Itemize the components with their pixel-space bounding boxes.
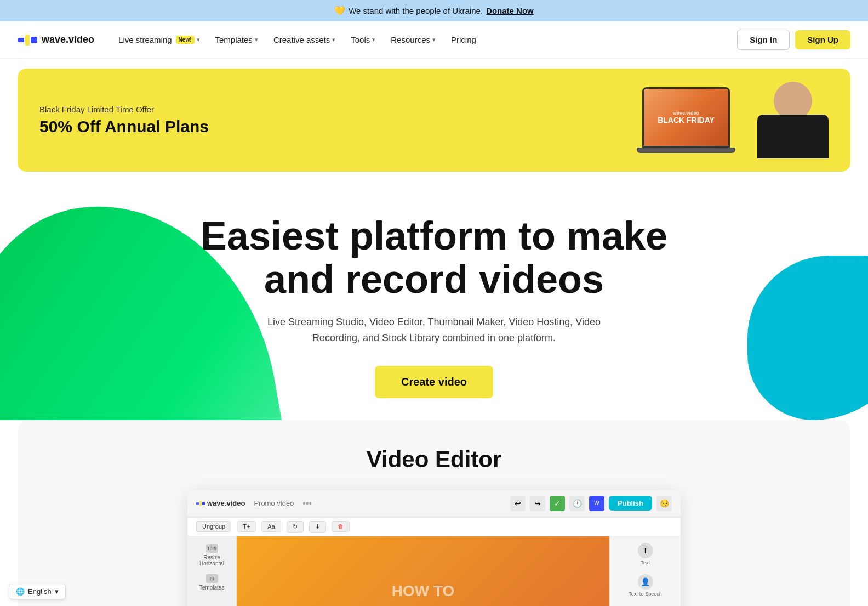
editor-inline-toolbar: Ungroup T+ Aa ↻ ⬇ 🗑 bbox=[187, 517, 681, 536]
nav-links: Live streaming New! ▾ Templates ▾ Creati… bbox=[112, 31, 728, 49]
svg-rect-4 bbox=[199, 501, 202, 506]
nav-item-resources[interactable]: Resources ▾ bbox=[384, 31, 442, 49]
logo-text: wave.video bbox=[42, 34, 94, 46]
nav-item-creative-assets[interactable]: Creative assets ▾ bbox=[267, 31, 342, 49]
ukraine-emoji: 💛 bbox=[334, 5, 345, 16]
signup-button[interactable]: Sign Up bbox=[795, 30, 850, 49]
nav-chevron-templates: ▾ bbox=[255, 36, 258, 43]
svg-rect-1 bbox=[25, 35, 30, 46]
editor-mockup: wave.video Promo video ••• ↩ ↪ ✓ 🕐 W Pub… bbox=[187, 490, 681, 606]
download-button[interactable]: ⬇ bbox=[309, 521, 326, 533]
promo-banner[interactable]: Black Friday Limited Time Offer 50% Off … bbox=[18, 69, 850, 172]
text-add-button[interactable]: T+ bbox=[237, 521, 256, 532]
nav-chevron-creative-assets: ▾ bbox=[332, 36, 335, 43]
editor-topbar: wave.video Promo video ••• ↩ ↪ ✓ 🕐 W Pub… bbox=[187, 490, 681, 517]
hero-section: Easiest platform to make and record vide… bbox=[0, 182, 868, 420]
editor-more-options[interactable]: ••• bbox=[302, 499, 312, 508]
editor-sidebar-templates[interactable]: ⊞ Templates bbox=[191, 571, 233, 594]
create-video-button[interactable]: Create video bbox=[375, 366, 493, 398]
editor-body: 16:9 Resize Horizontal ⊞ Templates HOW T… bbox=[187, 536, 681, 606]
history-button[interactable]: 🕐 bbox=[569, 496, 585, 511]
tts-tool-icon: 👤 bbox=[638, 574, 653, 590]
nav-item-templates[interactable]: Templates ▾ bbox=[209, 31, 265, 49]
svg-rect-0 bbox=[18, 38, 24, 42]
nav-item-live-streaming[interactable]: Live streaming New! ▾ bbox=[112, 31, 206, 49]
person-body bbox=[757, 115, 829, 158]
language-footer: 🌐 English ▾ bbox=[0, 577, 75, 606]
editor-canvas-text: HOW TO bbox=[392, 582, 455, 600]
ungroup-button[interactable]: Ungroup bbox=[196, 521, 231, 532]
promo-person bbox=[757, 82, 829, 158]
emoji-button[interactable]: 😏 bbox=[656, 496, 672, 511]
editor-sidebar-resize[interactable]: 16:9 Resize Horizontal bbox=[191, 541, 233, 570]
editor-logo-icon bbox=[196, 500, 205, 507]
editor-sidebar-left: 16:9 Resize Horizontal ⊞ Templates bbox=[187, 536, 237, 606]
video-editor-title: Video Editor bbox=[35, 446, 833, 473]
logo[interactable]: wave.video bbox=[18, 32, 94, 48]
templates-icon: ⊞ bbox=[206, 574, 218, 583]
editor-actions: ↩ ↪ ✓ 🕐 W Publish 😏 bbox=[510, 496, 672, 511]
redo-button[interactable]: ↪ bbox=[530, 496, 545, 511]
promo-small-text: Black Friday Limited Time Offer bbox=[39, 105, 209, 114]
banner-text: We stand with the people of Ukraine. bbox=[349, 6, 483, 15]
donate-link[interactable]: Donate Now bbox=[486, 6, 534, 15]
editor-logo: wave.video bbox=[196, 499, 245, 507]
check-button[interactable]: ✓ bbox=[550, 496, 565, 511]
svg-rect-3 bbox=[196, 502, 199, 505]
editor-promo-title: Promo video bbox=[254, 499, 294, 507]
hero-bg-blue bbox=[747, 256, 868, 420]
top-banner: 💛 We stand with the people of Ukraine. D… bbox=[0, 0, 868, 21]
nav-label-pricing: Pricing bbox=[451, 35, 476, 44]
nav-chevron-tools: ▾ bbox=[372, 36, 375, 43]
nav-chevron-resources: ▾ bbox=[432, 36, 436, 43]
logo-icon bbox=[18, 32, 37, 48]
nav-label-resources: Resources bbox=[391, 35, 430, 44]
hero-headline: Easiest platform to make and record vide… bbox=[187, 214, 681, 301]
resize-icon: 16:9 bbox=[206, 544, 218, 553]
delete-button[interactable]: 🗑 bbox=[332, 521, 350, 532]
laptop-base bbox=[637, 148, 735, 153]
editor-templates-label: Templates bbox=[199, 585, 225, 591]
promo-text: Black Friday Limited Time Offer 50% Off … bbox=[39, 105, 209, 136]
wave-brand-button[interactable]: W bbox=[589, 496, 604, 511]
editor-logo-text: wave.video bbox=[207, 499, 245, 507]
laptop-screen: wave.video BLACK FRIDAY bbox=[644, 89, 728, 146]
editor-toolbar-right: T Text 👤 Text-to-Speech Text Styles Hide… bbox=[609, 536, 681, 606]
laptop-mockup: wave.video BLACK FRIDAY bbox=[642, 87, 730, 148]
svg-rect-2 bbox=[31, 37, 37, 43]
nav-label-creative-assets: Creative assets bbox=[273, 35, 330, 44]
language-label: English bbox=[28, 587, 52, 596]
tts-tool-label: Text-to-Speech bbox=[629, 591, 662, 597]
nav-label-templates: Templates bbox=[215, 35, 253, 44]
language-chevron-icon: ▾ bbox=[55, 587, 59, 596]
editor-text-tool[interactable]: T Text bbox=[615, 543, 675, 565]
text-tool-icon: T bbox=[638, 543, 653, 558]
navbar: wave.video Live streaming New! ▾ Templat… bbox=[0, 21, 868, 59]
undo-button[interactable]: ↩ bbox=[510, 496, 526, 511]
editor-publish-button[interactable]: Publish bbox=[609, 496, 652, 511]
editor-tts-tool[interactable]: 👤 Text-to-Speech bbox=[615, 574, 675, 597]
font-button[interactable]: Aa bbox=[261, 521, 281, 532]
nav-label-live-streaming: Live streaming bbox=[118, 35, 172, 44]
nav-actions: Sign In Sign Up bbox=[737, 30, 850, 50]
editor-resize-label: Resize Horizontal bbox=[194, 554, 230, 567]
nav-label-tools: Tools bbox=[351, 35, 370, 44]
svg-rect-5 bbox=[202, 502, 205, 505]
promo-visual: wave.video BLACK FRIDAY bbox=[209, 82, 829, 158]
promo-big-text: 50% Off Annual Plans bbox=[39, 117, 209, 136]
laptop-bf-text: BLACK FRIDAY bbox=[658, 116, 715, 124]
text-tool-label: Text bbox=[641, 560, 650, 565]
nav-chevron-live-streaming: ▾ bbox=[197, 36, 200, 43]
language-button[interactable]: 🌐 English ▾ bbox=[9, 584, 66, 599]
hero-subtext: Live Streaming Studio, Video Editor, Thu… bbox=[264, 314, 604, 346]
editor-canvas: HOW TO bbox=[237, 536, 609, 606]
signin-button[interactable]: Sign In bbox=[737, 30, 790, 50]
language-globe-icon: 🌐 bbox=[16, 587, 25, 596]
nav-item-pricing[interactable]: Pricing bbox=[444, 31, 483, 49]
video-editor-section: Video Editor wave.video Promo video ••• … bbox=[18, 420, 850, 606]
nav-badge-new: New! bbox=[176, 36, 195, 44]
rotate-button[interactable]: ↻ bbox=[287, 521, 304, 533]
nav-item-tools[interactable]: Tools ▾ bbox=[344, 31, 382, 49]
